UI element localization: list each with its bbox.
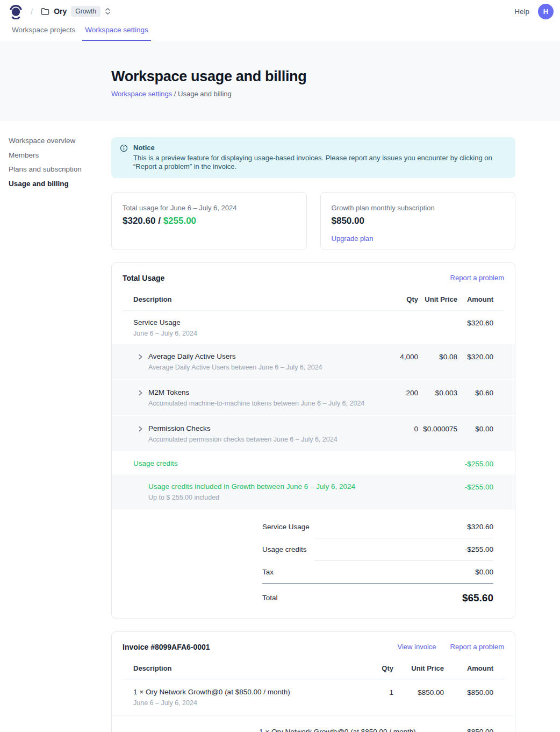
tab-workspace-projects[interactable]: Workspace projects (9, 23, 78, 41)
upgrade-plan-link[interactable]: Upgrade plan (332, 234, 374, 243)
row-title: Average Daily Active Users (148, 352, 322, 360)
total-usage-card: Total usage for June 6 – July 6, 2024 $3… (111, 192, 307, 250)
row-unit-price: $0.08 (418, 352, 457, 361)
row-amount: -$255.00 (457, 459, 493, 468)
col-amount: Amount (457, 295, 493, 303)
row-amount: $850.00 (444, 688, 493, 697)
row-qty: 0 (370, 424, 418, 433)
col-qty: Qty (361, 664, 393, 672)
table-row-permission-checks[interactable]: Permission Checks Accumulated permission… (112, 416, 515, 452)
chevron-right-icon[interactable] (138, 425, 143, 443)
workspace-name: Ory (54, 7, 67, 16)
row-qty: 200 (370, 388, 418, 397)
chevron-right-icon[interactable] (138, 389, 143, 407)
notice-body: This is a preview feature for displaying… (133, 154, 507, 171)
row-amount: -$255.00 (457, 482, 493, 491)
ory-logo[interactable] (9, 4, 23, 19)
main-content: Notice This is a preview feature for dis… (111, 121, 515, 732)
row-subtitle: Up to $ 255.00 included (148, 494, 355, 501)
summary-label: Tax (262, 568, 274, 576)
page-hero: Workspace usage and billing Workspace se… (0, 41, 560, 121)
row-title: 1 × Ory Network Growth@0 (at $850.00 / m… (133, 688, 361, 696)
row-amount: $0.00 (457, 424, 493, 433)
summary-label: Usage credits (262, 545, 307, 553)
total-usage-panel: Total Usage Report a problem Description… (111, 262, 515, 619)
sidebar-item-plans-subscription[interactable]: Plans and subscription (9, 166, 103, 173)
user-avatar[interactable]: H (538, 4, 554, 19)
row-amount: $320.60 (457, 318, 493, 327)
summary-label: Service Usage (262, 523, 310, 531)
col-description: Description (133, 295, 370, 303)
summary-value: $850.00 (467, 728, 493, 732)
invoice-panel: Invoice #8099AFA6-0001 View invoice Repo… (111, 631, 515, 732)
folder-icon (41, 8, 49, 15)
invoice-summary: 1 × Ory Network Growth@0 (at $850.00 / m… (259, 721, 493, 732)
summary-label: 1 × Ory Network Growth@0 (at $850.00 / m… (259, 728, 416, 732)
usage-separator: / (155, 216, 163, 226)
row-title: Usage credits (133, 459, 370, 467)
table-row-m2m-tokens[interactable]: M2M Tokens Accumulated machine-to-machin… (112, 380, 515, 416)
help-link[interactable]: Help (514, 8, 529, 16)
usage-amount: $320.60 (123, 216, 155, 226)
row-subtitle: June 6 – July 6, 2024 (133, 699, 361, 707)
credit-amount: $255.00 (163, 216, 196, 226)
summary-value: $320.60 (467, 523, 493, 531)
row-title: Permission Checks (148, 424, 338, 432)
workspace-switcher[interactable]: Ory Growth (41, 6, 111, 17)
view-invoice-link[interactable]: View invoice (398, 643, 436, 651)
row-title: Service Usage (133, 318, 370, 326)
row-subtitle: Average Daily Active Users between June … (148, 364, 322, 371)
sidebar-item-usage-billing[interactable]: Usage and billing (9, 180, 103, 188)
col-qty: Qty (370, 295, 418, 303)
chevron-right-icon[interactable] (138, 353, 143, 371)
row-subtitle: June 6 – July 6, 2024 (133, 330, 370, 337)
page-title: Workspace usage and billing (111, 68, 560, 85)
summary-value: -$255.00 (465, 545, 493, 553)
total-usage-label: Total usage for June 6 – July 6, 2024 (123, 204, 296, 212)
table-row-service-usage: Service Usage June 6 – July 6, 2024 $320… (112, 310, 515, 344)
total-label: Total (262, 594, 278, 602)
plan-card: Growth plan monthly subscription $850.00… (320, 192, 516, 250)
plan-value: $850.00 (332, 216, 505, 226)
summary-value: $0.00 (475, 568, 493, 576)
top-bar: / Ory Growth Help H (0, 0, 560, 23)
row-qty: 1 (361, 688, 393, 697)
report-problem-link[interactable]: Report a problem (450, 643, 504, 651)
col-unit-price: Unit Price (418, 295, 457, 303)
invoice-line-item: 1 × Ory Network Growth@0 (at $850.00 / m… (112, 679, 515, 715)
settings-sidebar: Workspace overview Members Plans and sub… (9, 137, 103, 194)
usage-total-row: Total $65.60 (262, 583, 493, 606)
row-unit-price: $0.000075 (418, 424, 457, 433)
report-problem-link[interactable]: Report a problem (450, 274, 504, 282)
info-icon (120, 144, 128, 171)
row-title: M2M Tokens (148, 388, 364, 396)
row-amount: $320.00 (457, 352, 493, 361)
chevrons-up-down-icon (105, 8, 111, 15)
ory-logo-icon (9, 4, 23, 19)
plan-label: Growth plan monthly subscription (332, 204, 505, 212)
total-value: $65.60 (462, 592, 493, 604)
row-amount: $0.60 (457, 388, 493, 397)
panel-title: Total Usage (123, 274, 164, 282)
total-usage-value: $320.60 / $255.00 (123, 216, 296, 226)
usage-summary: Service Usage $320.60 Usage credits -$25… (262, 516, 493, 606)
row-subtitle: Accumulated permission checks between Ju… (148, 436, 338, 443)
usage-table-header: Description Qty Unit Price Amount (123, 291, 504, 310)
breadcrumb-slash: / (31, 7, 33, 16)
tab-workspace-settings[interactable]: Workspace settings (82, 23, 151, 41)
notice-title: Notice (133, 144, 507, 152)
invoice-title: Invoice #8099AFA6-0001 (123, 643, 210, 651)
col-description: Description (133, 664, 361, 672)
row-title: Usage credits included in Growth between… (148, 482, 355, 491)
sidebar-item-workspace-overview[interactable]: Workspace overview (9, 137, 103, 145)
row-subtitle: Accumulated machine-to-machine tokens be… (148, 400, 364, 407)
plan-badge: Growth (71, 6, 100, 17)
col-amount: Amount (444, 664, 493, 672)
col-unit-price: Unit Price (393, 664, 444, 672)
sidebar-item-members[interactable]: Members (9, 152, 103, 159)
breadcrumb: Workspace settings / Usage and billing (111, 90, 560, 98)
preview-notice: Notice This is a preview feature for dis… (111, 137, 515, 178)
row-unit-price: $0.003 (418, 388, 457, 397)
breadcrumb-settings-link[interactable]: Workspace settings (111, 90, 172, 98)
table-row-daily-active-users[interactable]: Average Daily Active Users Average Daily… (112, 344, 515, 380)
